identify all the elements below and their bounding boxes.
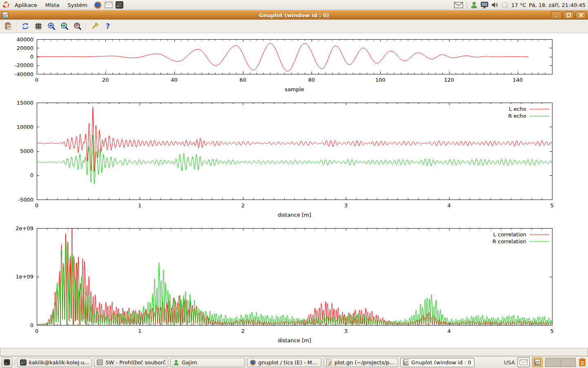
svg-text:10000: 10000 — [17, 124, 33, 130]
svg-text:0: 0 — [35, 328, 38, 334]
svg-text:L correlation: L correlation — [493, 231, 526, 238]
main-menu: Aplikace Místa Systém — [2, 1, 91, 9]
temperature-label[interactable]: 17 °C — [511, 2, 526, 8]
zoom-autoscale-icon[interactable] — [73, 21, 82, 31]
window-title: Gnuplot (window id : 0) — [0, 12, 588, 18]
svg-text:distance [m]: distance [m] — [278, 337, 311, 343]
taskbar-button[interactable]: plot.gn (~/projects/p... — [323, 358, 398, 367]
svg-text:distance [m]: distance [m] — [278, 212, 311, 218]
mail-notification-icon[interactable] — [517, 357, 530, 367]
taskbar-handle[interactable] — [14, 359, 16, 366]
svg-text:3: 3 — [344, 328, 347, 334]
chart-series — [37, 228, 552, 325]
show-desktop-button[interactable] — [2, 357, 12, 368]
chart-axes — [37, 39, 552, 74]
refresh-icon[interactable] — [20, 21, 30, 31]
svg-text:1: 1 — [138, 202, 141, 209]
svg-text:R correlation: R correlation — [492, 238, 526, 245]
workspace-switcher — [545, 358, 576, 367]
keyboard-layout-indicator[interactable]: USA — [504, 359, 515, 366]
configure-icon[interactable] — [90, 21, 100, 31]
tray-handle[interactable] — [466, 2, 468, 8]
close-button[interactable] — [575, 11, 586, 19]
menu-places[interactable]: Místa — [42, 1, 63, 9]
firefox-icon[interactable] — [94, 1, 102, 9]
svg-text:15000: 15000 — [17, 100, 33, 106]
chart-waveform: 020406080100120140-40000-200000200004000… — [15, 36, 552, 93]
chart-labels: 020406080100120140-40000-200000200004000… — [15, 36, 523, 93]
taskbar-button[interactable]: gnuplot / tics (E) - M... — [247, 358, 322, 367]
weather-icon[interactable] — [501, 2, 508, 9]
chart-legend: L correlationR correlation — [492, 231, 549, 245]
svg-text:5000: 5000 — [20, 148, 33, 154]
svg-text:80: 80 — [308, 77, 315, 83]
volume-icon[interactable] — [491, 2, 499, 8]
taskbar-button[interactable]: Gajim — [170, 358, 245, 367]
workspace-1[interactable] — [546, 358, 561, 366]
chart-echo: 012345-5000050001000015000distance [m]L … — [17, 100, 554, 218]
zoom-next-icon[interactable] — [60, 21, 69, 31]
mail-icon[interactable] — [104, 1, 113, 9]
taskbar-button-label: gnuplot / tics (E) - M... — [258, 359, 317, 366]
top-tray: 17 °C Pá, 18. září, 21:40:45 — [454, 1, 586, 9]
window-titlebar[interactable]: Gnuplot (window id : 0) — [0, 10, 588, 20]
grid-icon[interactable] — [33, 21, 43, 31]
taskbar-button[interactable]: SW - Prohlížeč souborů — [94, 358, 169, 367]
svg-text:0: 0 — [30, 172, 33, 178]
svg-text:-5000: -5000 — [18, 197, 33, 203]
desktop: Aplikace Místa Systém — [0, 0, 588, 368]
chart-labels: 01234501e+092e+09distance [m] — [16, 225, 554, 344]
minimize-button[interactable] — [551, 11, 562, 19]
bottom-panel: kaklik@kaklik-kolej-u...SW - Prohlížeč s… — [0, 356, 588, 368]
svg-text:2: 2 — [241, 202, 245, 209]
svg-text:0: 0 — [35, 202, 38, 209]
plot-canvas: 020406080100120140-40000-200000200004000… — [0, 33, 588, 348]
chart-legend: L echoR echo — [508, 106, 549, 119]
svg-text:2e+09: 2e+09 — [16, 225, 33, 231]
taskbar-button[interactable]: Gnuplot (window id : 0) — [400, 358, 475, 367]
menu-applications[interactable]: Aplikace — [11, 1, 40, 9]
svg-text:sample: sample — [285, 86, 304, 92]
taskbar-button-label: kaklik@kaklik-kolej-u... — [29, 359, 89, 366]
workspace-2[interactable] — [561, 358, 575, 366]
svg-text:-20000: -20000 — [15, 62, 33, 68]
svg-text:40: 40 — [171, 77, 178, 83]
svg-text:20000: 20000 — [17, 45, 33, 51]
menu-system[interactable]: Systém — [64, 1, 90, 9]
chart-correlation: 01234501e+092e+09distance [m]L correlati… — [16, 225, 554, 344]
svg-text:5: 5 — [550, 328, 554, 334]
svg-text:0: 0 — [35, 77, 38, 83]
copy-plot-icon[interactable] — [3, 21, 13, 31]
r-correlation-line — [37, 240, 552, 325]
taskbar-button-label: Gnuplot (window id : 0) — [411, 359, 472, 366]
svg-text:1e+09: 1e+09 — [16, 274, 33, 280]
svg-text:4: 4 — [447, 202, 450, 209]
svg-text:2: 2 — [241, 328, 245, 334]
gnuplot-window-icon[interactable] — [532, 357, 543, 367]
chart-series — [37, 106, 552, 184]
taskbar-button-label: plot.gn (~/projects/p... — [334, 359, 394, 366]
mail-notification-icon[interactable] — [454, 2, 463, 8]
ubuntu-logo-icon[interactable] — [2, 1, 10, 9]
chart-axes — [37, 228, 552, 325]
chart-axes — [37, 103, 552, 200]
zoom-previous-icon[interactable] — [47, 21, 56, 31]
svg-text:0: 0 — [30, 54, 33, 60]
svg-text:20: 20 — [102, 77, 109, 83]
display-icon[interactable] — [481, 2, 488, 9]
chart-series — [37, 43, 528, 71]
gajim-status-icon[interactable] — [470, 1, 478, 9]
svg-text:3: 3 — [344, 202, 347, 209]
plots-svg: 020406080100120140-40000-200000200004000… — [0, 33, 588, 348]
help-icon[interactable]: ? — [103, 21, 113, 31]
terminal-icon[interactable] — [116, 1, 123, 9]
clock-label[interactable]: Pá, 18. září, 21:40:45 — [529, 2, 586, 8]
taskbar-button[interactable]: kaklik@kaklik-kolej-u... — [17, 358, 92, 367]
trash-icon[interactable] — [578, 358, 586, 367]
svg-text:4: 4 — [447, 328, 450, 334]
window-statusbar — [0, 348, 588, 356]
maximize-button[interactable] — [563, 11, 574, 19]
svg-text:140: 140 — [512, 77, 523, 83]
taskbar-button-label: SW - Prohlížeč souborů — [105, 359, 165, 366]
toolbar-separator — [16, 22, 17, 30]
